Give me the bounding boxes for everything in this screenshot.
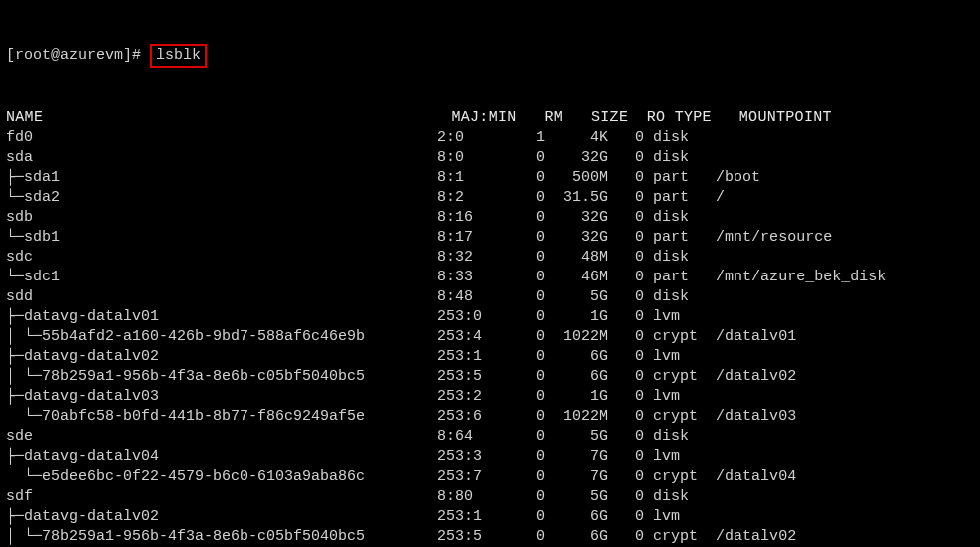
device-row: ├─datavg-datalv02 253:1 0 6G 0 lvm (6, 507, 974, 527)
device-row: sdf 8:80 0 5G 0 disk (6, 487, 974, 507)
device-row: sdc 8:32 0 48M 0 disk (6, 248, 974, 268)
device-row: │ └─78b259a1-956b-4f3a-8e6b-c05bf5040bc5… (6, 367, 974, 387)
column-header-row: NAME MAJ:MIN RM SIZE RO TYPE MOUNTPOINT (6, 108, 974, 128)
command-highlight-box: lsblk (150, 44, 207, 68)
device-row: └─70abfc58-b0fd-441b-8b77-f86c9249af5e 2… (6, 407, 974, 427)
device-row: └─sdc1 8:33 0 46M 0 part /mnt/azure_bek_… (6, 268, 974, 287)
device-row: └─sdb1 8:17 0 32G 0 part /mnt/resource (6, 228, 974, 248)
command-text: lsblk (156, 47, 201, 64)
prompt-user-host: [root@azurevm]# (6, 47, 150, 64)
device-row: ├─datavg-datalv02 253:1 0 6G 0 lvm (6, 347, 974, 367)
device-row: ├─sda1 8:1 0 500M 0 part /boot (6, 168, 974, 188)
device-row: sdd 8:48 0 5G 0 disk (6, 287, 974, 307)
device-row: sdb 8:16 0 32G 0 disk (6, 208, 974, 228)
device-row: ├─datavg-datalv01 253:0 0 1G 0 lvm (6, 307, 974, 327)
device-row: │ └─78b259a1-956b-4f3a-8e6b-c05bf5040bc5… (6, 527, 974, 547)
device-row: ├─datavg-datalv03 253:2 0 1G 0 lvm (6, 387, 974, 407)
terminal-output[interactable]: [root@azurevm]# lsblk NAME MAJ:MIN RM SI… (0, 0, 980, 547)
device-row: sda 8:0 0 32G 0 disk (6, 148, 974, 168)
device-row: │ └─55b4afd2-a160-426b-9bd7-588af6c46e9b… (6, 327, 974, 347)
device-row: fd0 2:0 1 4K 0 disk (6, 128, 974, 148)
device-row: └─e5dee6bc-0f22-4579-b6c0-6103a9aba86c 2… (6, 467, 974, 487)
prompt-line: [root@azurevm]# lsblk (6, 44, 974, 68)
device-row: ├─datavg-datalv04 253:3 0 7G 0 lvm (6, 447, 974, 467)
device-row: sde 8:64 0 5G 0 disk (6, 427, 974, 447)
device-row: └─sda2 8:2 0 31.5G 0 part / (6, 188, 974, 208)
lsblk-table: NAME MAJ:MIN RM SIZE RO TYPE MOUNTPOINTf… (6, 108, 974, 547)
